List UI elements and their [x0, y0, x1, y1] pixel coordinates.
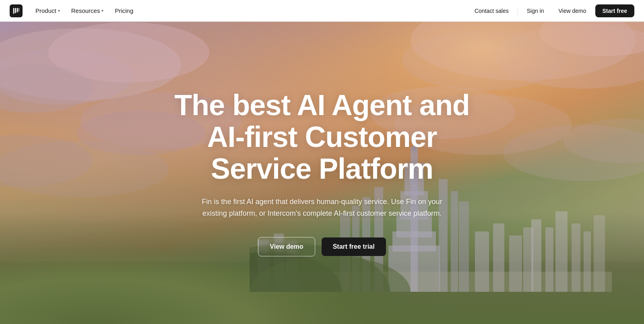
- logo[interactable]: [10, 4, 23, 17]
- pricing-label: Pricing: [115, 7, 133, 14]
- nav-item-pricing[interactable]: Pricing: [110, 5, 138, 17]
- nav-item-product[interactable]: Product ▾: [31, 5, 65, 17]
- product-label: Product: [35, 7, 56, 14]
- view-demo-button[interactable]: View demo: [258, 237, 315, 256]
- svg-rect-2: [17, 8, 18, 12]
- hero-section: The best AI Agent and AI-first Customer …: [0, 0, 644, 324]
- view-demo-nav-link[interactable]: View demo: [553, 5, 592, 17]
- start-free-trial-button[interactable]: Start free trial: [322, 237, 386, 256]
- hero-subtitle: Fin is the first AI agent that delivers …: [193, 196, 451, 219]
- nav-divider: [518, 7, 518, 15]
- hero-title-line2: AI-first Customer Service Platform: [207, 121, 437, 185]
- svg-rect-3: [19, 8, 19, 11]
- nav-right: Contact sales Sign in View demo Start fr…: [469, 4, 634, 17]
- hero-content: The best AI Agent and AI-first Customer …: [141, 68, 503, 256]
- nav-item-resources[interactable]: Resources ▾: [66, 5, 109, 17]
- resources-label: Resources: [71, 7, 100, 14]
- svg-rect-1: [15, 8, 16, 13]
- contact-sales-link[interactable]: Contact sales: [469, 5, 514, 17]
- resources-chevron-icon: ▾: [101, 8, 103, 13]
- navbar: Product ▾ Resources ▾ Pricing Contact sa…: [0, 0, 644, 22]
- hero-title: The best AI Agent and AI-first Customer …: [157, 89, 487, 185]
- sign-in-link[interactable]: Sign in: [521, 5, 550, 17]
- svg-rect-0: [13, 8, 14, 13]
- hero-title-line1: The best AI Agent and: [174, 89, 470, 121]
- nav-left: Product ▾ Resources ▾ Pricing: [31, 5, 469, 17]
- product-chevron-icon: ▾: [58, 8, 60, 13]
- hero-buttons: View demo Start free trial: [157, 237, 487, 256]
- start-free-button[interactable]: Start free: [595, 4, 634, 17]
